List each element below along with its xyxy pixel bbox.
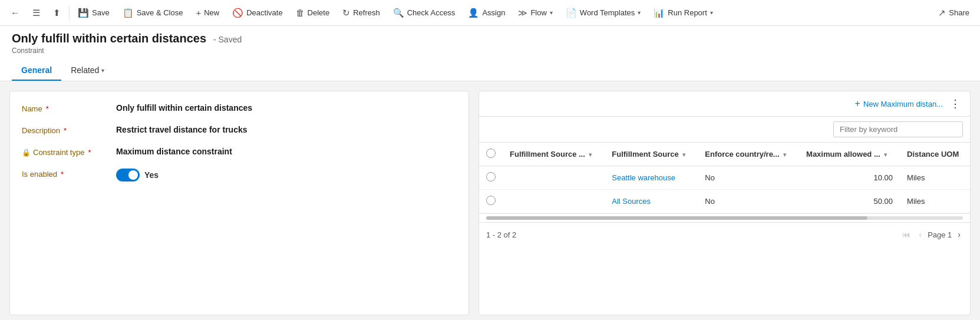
field-description-row: Description * Restrict travel distance f… bbox=[22, 125, 457, 135]
page-next-button[interactable]: › bbox=[955, 229, 963, 240]
row-checkbox[interactable] bbox=[486, 196, 496, 205]
pagination-range: 1 - 2 of 2 bbox=[486, 230, 516, 239]
run-report-label: Run Report bbox=[668, 8, 707, 17]
page-first-button[interactable]: ⏮ bbox=[900, 229, 913, 240]
grid-panel: + New Maximum distan... ⋮ Fulfillment So… bbox=[479, 91, 971, 315]
field-constraint-type-value: Maximum distance constraint bbox=[116, 147, 457, 156]
toggle-slider bbox=[116, 169, 140, 182]
grid-new-button[interactable]: + New Maximum distan... bbox=[855, 98, 943, 109]
grid-more-button[interactable]: ⋮ bbox=[948, 97, 963, 110]
row-maximum-allowed: 50.00 bbox=[799, 190, 900, 213]
field-enabled-row: Is enabled * Yes bbox=[22, 169, 457, 182]
tab-related-caret: ▾ bbox=[101, 67, 104, 74]
select-all-checkbox[interactable] bbox=[486, 149, 496, 158]
page-title-row: Only fulfill within certain distances - … bbox=[12, 32, 968, 45]
field-description-required: * bbox=[64, 126, 67, 135]
deactivate-button[interactable]: 🚫 Deactivate bbox=[226, 5, 288, 21]
flow-button[interactable]: ≫ Flow ▾ bbox=[512, 5, 558, 21]
col-distance-uom-label: Distance UOM bbox=[907, 150, 959, 159]
save-label: Save bbox=[92, 8, 110, 17]
row-fulfillment-source-link[interactable]: Seattle warehouse bbox=[612, 173, 675, 182]
grid-filter-input[interactable] bbox=[833, 121, 963, 137]
word-templates-icon: 📄 bbox=[566, 8, 577, 18]
col-enforce-country-label: Enforce country/re... bbox=[705, 150, 779, 159]
row-fulfillment-source: All Sources bbox=[605, 190, 698, 213]
assign-button[interactable]: 👤 Assign bbox=[462, 5, 511, 21]
back-icon: ← bbox=[11, 8, 19, 18]
deactivate-icon: 🚫 bbox=[232, 8, 243, 18]
row-enforce-country: No bbox=[698, 166, 799, 190]
row-checkbox[interactable] bbox=[486, 172, 496, 182]
grid-header: + New Maximum distan... ⋮ bbox=[479, 91, 970, 117]
field-enabled-required: * bbox=[61, 170, 64, 179]
save-button[interactable]: 💾 Save bbox=[72, 5, 116, 21]
share-label: Share bbox=[949, 8, 969, 17]
save-close-label: Save & Close bbox=[137, 8, 183, 17]
grid-more-icon: ⋮ bbox=[950, 98, 961, 110]
field-constraint-type-row: 🔒 Constraint type * Maximum distance con… bbox=[22, 147, 457, 157]
delete-label: Delete bbox=[308, 8, 330, 17]
col-enforce-country[interactable]: Enforce country/re... ▾ bbox=[698, 143, 799, 166]
field-enabled-label: Is enabled * bbox=[22, 169, 110, 179]
col-fulfillment-source-label: Fulfillment Source bbox=[612, 150, 678, 159]
save-close-icon: 📋 bbox=[123, 8, 134, 18]
col-enforce-country-sort: ▾ bbox=[783, 151, 786, 158]
flow-label: Flow bbox=[530, 8, 546, 17]
tab-related-label: Related bbox=[71, 65, 99, 75]
tab-general[interactable]: General bbox=[12, 61, 61, 81]
back-button[interactable]: ← bbox=[5, 5, 25, 20]
share-icon: ↗ bbox=[938, 8, 946, 18]
page-subtitle: Constraint bbox=[12, 47, 968, 55]
check-access-button[interactable]: 🔍 Check Access bbox=[387, 5, 461, 21]
col-maximum-allowed-sort: ▾ bbox=[884, 151, 887, 158]
refresh-label: Refresh bbox=[353, 8, 380, 17]
run-report-caret: ▾ bbox=[710, 9, 713, 16]
delete-button[interactable]: 🗑 Delete bbox=[290, 5, 336, 20]
col-fulfillment-source-name-sort: ▾ bbox=[589, 151, 592, 158]
scrollbar-track bbox=[486, 216, 963, 220]
divider-1 bbox=[69, 6, 70, 20]
deactivate-label: Deactivate bbox=[246, 8, 282, 17]
assign-label: Assign bbox=[482, 8, 505, 17]
row-fulfillment-source-link[interactable]: All Sources bbox=[612, 197, 651, 206]
field-name-label: Name * bbox=[22, 103, 110, 113]
grid-filter-row bbox=[479, 117, 970, 143]
page-title: Only fulfill within certain distances bbox=[12, 32, 206, 45]
row-checkbox-cell bbox=[479, 190, 503, 213]
col-fulfillment-source-name[interactable]: Fulfillment Source ... ▾ bbox=[503, 143, 605, 166]
page-prev-button[interactable]: ‹ bbox=[916, 229, 924, 240]
page-header: Only fulfill within certain distances - … bbox=[0, 26, 980, 81]
col-distance-uom: Distance UOM bbox=[900, 143, 970, 166]
scrollbar-thumb[interactable] bbox=[486, 216, 867, 220]
toggle-container: Yes bbox=[116, 169, 159, 182]
run-report-button[interactable]: 📊 Run Report ▾ bbox=[648, 5, 718, 21]
grid-footer: 1 - 2 of 2 ⏮ ‹ Page 1 › bbox=[479, 222, 970, 246]
new-button[interactable]: + New bbox=[190, 5, 225, 20]
save-close-button[interactable]: 📋 Save & Close bbox=[117, 5, 189, 21]
grid-table: Fulfillment Source ... ▾ Fulfillment Sou… bbox=[479, 143, 970, 213]
col-fulfillment-source[interactable]: Fulfillment Source ▾ bbox=[605, 143, 698, 166]
lock-icon: 🔒 bbox=[22, 149, 31, 157]
col-maximum-allowed-label: Maximum allowed ... bbox=[806, 150, 880, 159]
toolbar: ← ☰ ⬆ 💾 Save 📋 Save & Close + New 🚫 Deac… bbox=[0, 0, 980, 26]
col-maximum-allowed[interactable]: Maximum allowed ... ▾ bbox=[799, 143, 900, 166]
share-button[interactable]: ↗ Share bbox=[932, 5, 975, 21]
row-fulfillment-source-name bbox=[503, 166, 605, 190]
word-templates-button[interactable]: 📄 Word Templates ▾ bbox=[560, 5, 646, 21]
field-constraint-required: * bbox=[88, 148, 91, 157]
new-icon: + bbox=[196, 8, 201, 18]
forward-icon: ⬆ bbox=[53, 8, 61, 18]
check-access-label: Check Access bbox=[407, 8, 456, 17]
field-description-value: Restrict travel distance for trucks bbox=[116, 125, 457, 134]
row-enforce-country: No bbox=[698, 190, 799, 213]
row-fulfillment-source[interactable]: Seattle warehouse bbox=[605, 166, 698, 190]
assign-icon: 👤 bbox=[468, 8, 479, 18]
menu-button[interactable]: ☰ bbox=[27, 5, 46, 21]
refresh-icon: ↻ bbox=[342, 8, 350, 18]
forward-button[interactable]: ⬆ bbox=[47, 5, 67, 21]
refresh-button[interactable]: ↻ Refresh bbox=[336, 5, 386, 21]
field-constraint-type-label: 🔒 Constraint type * bbox=[22, 147, 110, 157]
field-description-label: Description * bbox=[22, 125, 110, 135]
tab-related[interactable]: Related ▾ bbox=[61, 61, 114, 81]
enabled-toggle[interactable] bbox=[116, 169, 140, 182]
